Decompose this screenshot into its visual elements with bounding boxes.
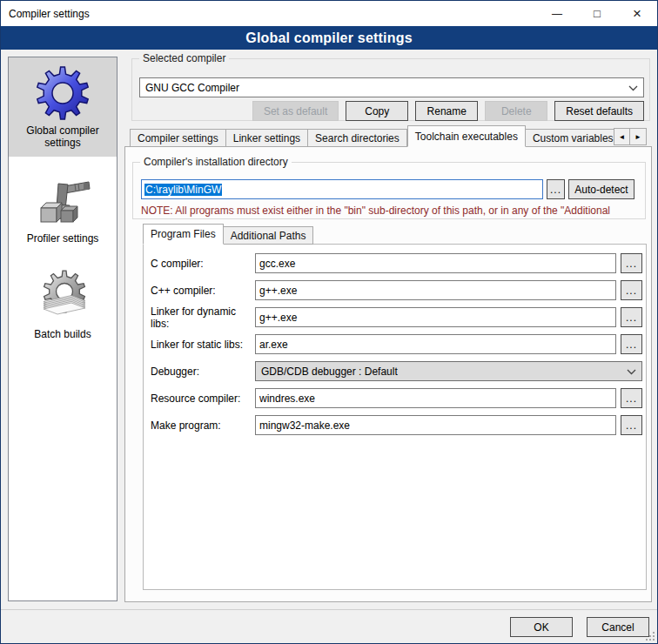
page-title: Global compiler settings xyxy=(1,26,657,50)
settings-pages-list: Global compiler settingsProfiler setting… xyxy=(8,57,118,601)
make-program-label: Make program: xyxy=(151,419,255,432)
linker-for-static-libs-input[interactable] xyxy=(255,334,616,354)
rename-button[interactable]: Rename xyxy=(415,101,478,121)
sidebar-item-global-compiler-settings[interactable]: Global compiler settings xyxy=(9,57,117,157)
tab-toolchain-executables[interactable]: Toolchain executables xyxy=(407,125,526,147)
compiler-select-value: GNU GCC Compiler xyxy=(145,82,239,94)
resource-compiler-browse-button[interactable]: ... xyxy=(621,388,642,408)
chevron-down-icon xyxy=(628,82,638,94)
ok-button[interactable]: OK xyxy=(510,617,573,637)
installation-directory-browse-button[interactable]: ... xyxy=(547,179,565,199)
delete-button[interactable]: Delete xyxy=(485,101,547,121)
c-compiler-row: C compiler:... xyxy=(151,253,642,273)
linker-for-dynamic-libs-label: Linker for dynamic libs: xyxy=(151,305,255,330)
maximize-button[interactable]: □ xyxy=(577,1,617,26)
sidebar-item-label: Global compiler settings xyxy=(10,124,115,149)
linker-for-static-libs-browse-button[interactable]: ... xyxy=(621,334,642,354)
resource-compiler-input[interactable] xyxy=(255,388,616,408)
window-title: Compiler settings xyxy=(1,8,90,20)
make-program-row: Make program:... xyxy=(151,415,642,435)
sidebar-item-label: Profiler settings xyxy=(10,232,115,245)
linker-for-dynamic-libs-input[interactable] xyxy=(255,307,616,327)
settings-tabs: Compiler settingsLinker settingsSearch d… xyxy=(130,125,614,147)
minimize-icon: — xyxy=(552,8,562,20)
close-button[interactable]: × xyxy=(617,1,657,26)
caliper-icon xyxy=(35,173,91,229)
linker-for-dynamic-libs-browse-button[interactable]: ... xyxy=(621,307,642,327)
set-as-default-button[interactable]: Set as default xyxy=(252,101,339,121)
debugger-select[interactable]: GDB/CDB debugger : Default xyxy=(255,361,642,381)
resource-compiler-label: Resource compiler: xyxy=(151,392,255,405)
titlebar: Compiler settings — □ × xyxy=(1,1,657,26)
program-files-tabs: Program FilesAdditional Paths xyxy=(143,224,313,245)
compiler-settings-dialog: Compiler settings — □ × Global compiler … xyxy=(0,0,658,644)
installation-directory-input[interactable]: C:\raylib\MinGW xyxy=(141,179,543,199)
cpp-compiler-browse-button[interactable]: ... xyxy=(621,280,642,300)
blue-gear-icon xyxy=(35,65,91,121)
compiler-actions: Set as defaultCopyRenameDeleteReset defa… xyxy=(252,101,644,121)
make-program-input[interactable] xyxy=(255,415,616,435)
c-compiler-label: C compiler: xyxy=(151,258,255,270)
cpp-compiler-row: C++ compiler:... xyxy=(151,280,642,300)
tab-compiler-settings[interactable]: Compiler settings xyxy=(130,129,226,147)
reset-defaults-button[interactable]: Reset defaults xyxy=(554,101,644,121)
c-compiler-browse-button[interactable]: ... xyxy=(621,253,642,273)
installation-directory-group-label: Compiler's installation directory xyxy=(140,156,292,168)
linker-for-static-libs-row: Linker for static libs:... xyxy=(151,334,642,354)
chevron-down-icon xyxy=(627,366,636,378)
tab-search-directories[interactable]: Search directories xyxy=(308,129,407,147)
c-compiler-input[interactable] xyxy=(255,253,616,273)
resize-grip-icon[interactable] xyxy=(645,631,655,641)
footer-divider xyxy=(1,609,657,610)
program-files-panel: C compiler:...C++ compiler:...Linker for… xyxy=(143,244,647,590)
window-controls: — □ × xyxy=(537,1,657,26)
tab-scroll-right-button[interactable]: ► xyxy=(630,128,647,145)
maximize-icon: □ xyxy=(594,7,601,20)
debugger-row: Debugger:GDB/CDB debugger : Default xyxy=(151,361,642,381)
sidebar-item-label: Batch builds xyxy=(10,328,115,340)
auto-detect-button[interactable]: Auto-detect xyxy=(568,179,634,199)
arrow-right-icon: ► xyxy=(634,133,641,141)
arrow-left-icon: ◄ xyxy=(619,133,626,141)
minimize-button[interactable]: — xyxy=(537,1,577,26)
cpp-compiler-label: C++ compiler: xyxy=(151,285,255,297)
cpp-compiler-input[interactable] xyxy=(255,280,616,300)
copy-button[interactable]: Copy xyxy=(346,101,408,121)
bin-subdirectory-note: NOTE: All programs must exist either in … xyxy=(141,205,639,217)
selected-compiler-group: Selected compiler GNU GCC Compiler Set a… xyxy=(131,58,650,121)
tab-additional-paths[interactable]: Additional Paths xyxy=(224,226,314,245)
tab-custom-variables[interactable]: Custom variables xyxy=(526,129,614,147)
resource-compiler-row: Resource compiler:... xyxy=(151,388,642,408)
sidebar-item-profiler-settings[interactable]: Profiler settings xyxy=(9,165,117,252)
toolchain-executables-page: Compiler's installation directory C:\ray… xyxy=(124,146,652,602)
close-icon: × xyxy=(633,5,641,23)
selected-path-text: C:\raylib\MinGW xyxy=(144,184,222,196)
cancel-button[interactable]: Cancel xyxy=(587,617,649,637)
tab-program-files[interactable]: Program Files xyxy=(143,224,224,245)
sidebar-item-batch-builds[interactable]: Batch builds xyxy=(9,261,117,348)
tab-scroll-buttons: ◄ ► xyxy=(614,128,647,145)
tab-linker-settings[interactable]: Linker settings xyxy=(226,129,308,147)
debugger-label: Debugger: xyxy=(151,366,255,378)
compiler-select[interactable]: GNU GCC Compiler xyxy=(139,77,644,97)
make-program-browse-button[interactable]: ... xyxy=(621,415,642,435)
linker-for-static-libs-label: Linker for static libs: xyxy=(151,339,255,351)
linker-for-dynamic-libs-row: Linker for dynamic libs:... xyxy=(151,307,642,327)
selected-compiler-group-label: Selected compiler xyxy=(139,52,229,64)
tab-scroll-left-button[interactable]: ◄ xyxy=(614,128,630,145)
gear-stack-icon xyxy=(35,269,91,325)
debugger-select-value: GDB/CDB debugger : Default xyxy=(261,366,398,378)
